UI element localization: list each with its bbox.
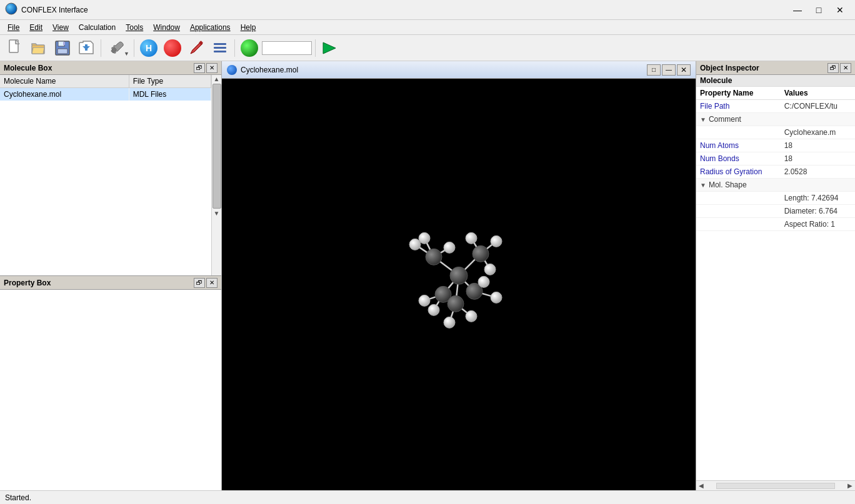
svg-rect-6 [58,49,68,54]
inspector-row-filepath: File Path C:/CONFLEX/tu [696,100,855,113]
separator-2 [134,39,134,57]
svg-point-48 [419,295,430,306]
table-row[interactable]: Cyclohexane.mol MDL Files [0,88,211,101]
wrench-button[interactable]: ▼ [104,37,131,59]
property-box-content [0,290,221,490]
title-bar: CONFLEX Interface — □ ✕ [0,0,855,20]
mol-window-minimize[interactable]: — [662,64,676,76]
center-area: Cyclohexane.mol □ — ✕ [222,61,696,490]
red-sphere-button[interactable] [161,37,184,59]
property-value-numatoms: 18 [781,139,855,152]
mol-window-maximize[interactable]: □ [647,64,661,76]
property-value-aspect: Aspect Ratio: 1 [781,218,855,231]
search-input[interactable] [262,41,312,55]
menu-help[interactable]: Help [236,22,261,33]
mol-window-icon [227,65,237,75]
menu-edit[interactable]: Edit [24,22,48,33]
svg-point-45 [466,232,477,244]
menu-calculation[interactable]: Calculation [74,22,121,33]
status-bar: Started. [0,490,855,504]
property-value-comment: Cyclohexane.m [781,126,855,139]
property-name-filepath: File Path [696,100,781,113]
new-button[interactable] [4,37,26,59]
scrollbar-thumb[interactable] [212,84,221,209]
property-box-header: Property Box 🗗 ✕ [0,276,221,290]
property-value-diameter: Diameter: 6.764 [781,205,855,218]
svg-point-46 [491,292,502,303]
mol-window-close[interactable]: ✕ [677,64,691,76]
inspector-row-length: Length: 7.42694 [696,192,855,205]
property-box-restore[interactable]: 🗗 [194,278,205,288]
svg-point-35 [426,249,442,265]
inspector-row-aspect: Aspect Ratio: 1 [696,218,855,231]
molecule-box-scrollbar[interactable]: ▲ ▼ [211,75,221,275]
object-inspector: Object Inspector 🗗 ✕ Molecule Property N… [696,61,855,490]
property-name-aspect [696,218,781,231]
menu-view[interactable]: View [48,22,74,33]
svg-point-41 [419,232,430,244]
property-name-numbonds: Num Bonds [696,152,781,166]
svg-rect-7 [63,42,65,45]
inspector-row-molshape-group[interactable]: ▼Mol. Shape [696,179,855,192]
molecule-box-close[interactable]: ✕ [206,63,218,73]
inspector-row-diameter: Diameter: 6.764 [696,205,855,218]
import-button[interactable] [75,37,98,59]
maximize-button[interactable]: □ [809,4,829,16]
inspector-section: Molecule [696,75,855,87]
minimize-button[interactable]: — [788,4,808,16]
inspector-col-property: Property Name [696,87,781,100]
svg-point-50 [444,317,455,328]
open-button[interactable] [28,37,50,59]
property-name-length [696,192,781,205]
menu-file[interactable]: File [2,22,24,33]
separator-3 [234,39,235,57]
svg-rect-14 [214,47,226,49]
property-name-comment: ▼Comment [696,113,855,126]
menu-tools[interactable]: Tools [121,22,148,33]
property-name-empty1 [696,126,781,139]
main-layout: Molecule Box 🗗 ✕ Molecule Name File Type [0,61,855,490]
toolbar: ▼ H [0,35,855,61]
inspector-bottom-scrollbar[interactable]: ◀ ▶ [696,480,855,490]
molecule-table: Molecule Name File Type Cyclohexane.mol … [0,75,211,101]
run-arrow-button[interactable] [319,37,341,59]
separator-4 [315,39,316,57]
inspector-title: Object Inspector [700,64,759,72]
col-molecule-name: Molecule Name [0,75,129,88]
scroll-track-horizontal[interactable] [716,483,835,489]
property-box-close[interactable]: ✕ [206,278,218,288]
property-box: Property Box 🗗 ✕ [0,275,221,490]
svg-rect-13 [214,43,226,45]
blue-sphere-button[interactable]: H [138,37,160,59]
inspector-close[interactable]: ✕ [840,63,851,73]
save-button[interactable] [51,37,74,59]
lines-button[interactable] [209,37,231,59]
property-name-numatoms: Num Atoms [696,139,781,152]
app-icon [5,2,18,17]
inspector-col-values: Values [781,87,855,100]
inspector-row-numatoms: Num Atoms 18 [696,139,855,152]
menu-window[interactable]: Window [148,22,185,33]
menu-applications[interactable]: Applications [185,22,236,33]
green-sphere-button[interactable] [238,37,261,59]
app-title: CONFLEX Interface [21,6,88,14]
property-box-title: Property Box [4,279,51,287]
inspector-row-comment-value: Cyclohexane.m [696,126,855,139]
inspector-row-comment-group[interactable]: ▼Comment [696,113,855,126]
mol-3d-render [381,194,537,358]
inspector-header: Object Inspector 🗗 ✕ [696,61,855,75]
molecule-box-restore[interactable]: 🗗 [194,63,205,73]
close-button[interactable]: ✕ [830,4,850,16]
brush-button[interactable] [185,37,208,59]
menu-bar: File Edit View Calculation Tools Window … [0,20,855,35]
svg-point-44 [484,264,496,275]
inspector-restore[interactable]: 🗗 [828,63,839,73]
status-text: Started. [5,493,31,502]
svg-point-34 [450,267,468,284]
svg-point-47 [478,276,489,287]
separator-1 [101,39,101,57]
svg-point-39 [448,295,464,312]
inspector-row-numbonds: Num Bonds 18 [696,152,855,166]
inspector-content: Property Name Values File Path C:/CONFLE… [696,87,855,480]
mol-viewport[interactable] [222,79,696,490]
